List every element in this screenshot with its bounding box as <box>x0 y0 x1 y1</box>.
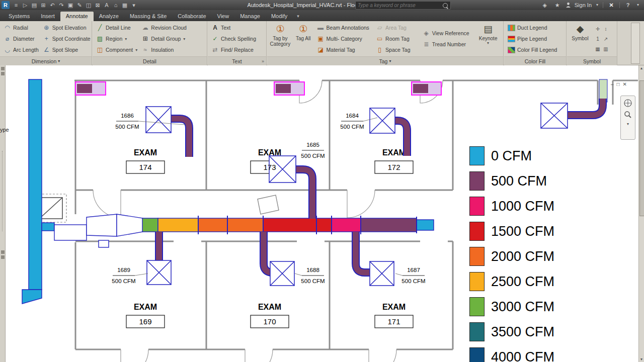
aligned-dimension-icon[interactable]: ◫ <box>84 0 93 10</box>
color-fill-legend-button[interactable]: Color Fill Legend <box>506 44 559 55</box>
region-button[interactable]: ▨Region▾ <box>94 33 139 44</box>
save-icon[interactable]: ▤ <box>30 0 39 10</box>
duct-tag-flow[interactable]: 500 CFM <box>112 278 135 284</box>
duct-color-legend[interactable]: 0 CFM 500 CFM 1000 CFM 1500 CFM 2000 CFM… <box>469 143 554 362</box>
radial-button[interactable]: ◠Radial <box>2 22 41 33</box>
view-close-icon[interactable]: ✕ <box>623 81 627 87</box>
palette-grip-icon[interactable] <box>1 72 5 75</box>
diameter-button[interactable]: ⌀Diameter <box>2 33 41 44</box>
spot-coordinate-button[interactable]: +Spot Coordinate <box>41 33 93 44</box>
sync-icon[interactable]: ⊞ <box>39 0 48 10</box>
search-input[interactable] <box>356 3 443 8</box>
room-number[interactable]: 172 <box>387 163 400 171</box>
scrollbar-thumb[interactable] <box>639 80 644 216</box>
legend-entry[interactable]: 0 CFM <box>469 143 554 168</box>
multi-category-button[interactable]: ▣Multi- Category <box>315 33 374 44</box>
component-button[interactable]: ◫Component▾ <box>94 44 139 55</box>
navigation-bar[interactable]: ▾ <box>620 96 635 140</box>
tab-systems[interactable]: Systems <box>3 12 35 21</box>
detail-group-button[interactable]: ⊞Detail Group▾ <box>139 33 189 44</box>
undo-icon[interactable]: ↶ <box>48 0 57 10</box>
section-icon[interactable]: ▦ <box>120 0 129 10</box>
steering-wheel-icon[interactable] <box>623 99 632 108</box>
palette-grip-icon[interactable] <box>1 67 5 70</box>
duct-tag-id[interactable]: 1685 <box>306 142 319 148</box>
zoom-icon[interactable] <box>624 111 632 119</box>
drawing-canvas[interactable]: EXAM EXAM EXAM EXAM EXAM EXAM <box>0 65 644 362</box>
room-number[interactable]: 170 <box>263 317 276 326</box>
tab-insert[interactable]: Insert <box>35 12 60 21</box>
room-number[interactable]: 174 <box>139 163 151 171</box>
check-spelling-button[interactable]: ✓Check Spelling <box>209 33 258 44</box>
find-replace-button[interactable]: ⇄Find/ Replace <box>209 44 258 55</box>
help-icon[interactable]: ? <box>623 0 632 10</box>
duct-legend-button[interactable]: Duct Legend <box>506 22 559 33</box>
beam-annotations-button[interactable]: ▬Beam Annotations <box>315 22 374 33</box>
scroll-up-icon[interactable]: ▲ <box>639 66 644 70</box>
text-icon[interactable]: A <box>102 0 111 10</box>
duct-tag-flow[interactable]: 500 CFM <box>401 278 425 284</box>
panel-label-dimension[interactable]: Dimension▾ <box>0 56 92 65</box>
help-search-box[interactable] <box>355 1 451 10</box>
text-button[interactable]: AText <box>209 22 258 33</box>
tab-collaborate[interactable]: Collaborate <box>172 12 211 21</box>
legend-entry[interactable]: 2000 CFM <box>469 244 554 269</box>
duct-tag-id[interactable]: 1688 <box>306 267 319 273</box>
tab-massing-site[interactable]: Massing & Site <box>124 12 172 21</box>
keynote-button[interactable]: ▤ Keynote ▾ <box>474 22 502 56</box>
vertical-scrollbar[interactable]: ▲ ▼ <box>638 65 644 362</box>
material-tag-button[interactable]: ◪Material Tag <box>315 44 374 55</box>
slot-diffusers[interactable] <box>75 82 441 95</box>
default-3d-view-icon[interactable]: ⌂ <box>111 0 120 10</box>
legend-entry[interactable]: 3500 CFM <box>469 319 554 344</box>
arc-length-button[interactable]: ◡Arc Length <box>2 44 41 55</box>
duct-tag-flow[interactable]: 500 CFM <box>115 124 139 130</box>
tread-number-button[interactable]: ≣Tread Number <box>421 39 475 50</box>
area-grid-icon[interactable]: ▦ <box>594 44 602 54</box>
view-minimize-icon[interactable]: – <box>611 81 614 87</box>
tag-by-category-button[interactable]: ① Tag by Category <box>269 22 292 56</box>
room-name[interactable]: EXAM <box>382 303 406 311</box>
panel-label-tag[interactable]: Tag▾ <box>267 56 503 65</box>
duct-tag-flow[interactable]: 500 CFM <box>301 278 325 284</box>
span-direction-icon[interactable]: ↕ <box>602 24 610 34</box>
tab-analyze[interactable]: Analyze <box>94 12 124 21</box>
room-name[interactable]: EXAM <box>258 303 281 311</box>
room-name[interactable]: EXAM <box>134 303 157 311</box>
view-restore-icon[interactable]: □ <box>617 81 620 87</box>
duct-tag-id[interactable]: 1687 <box>407 267 420 273</box>
communication-center-icon[interactable]: ★ <box>553 0 562 10</box>
symbol-button[interactable]: ◆ Symbol <box>569 22 592 56</box>
pipe-legend-button[interactable]: Pipe Legend <box>506 33 559 44</box>
view-reference-button[interactable]: ◈View Reference <box>421 28 475 39</box>
legend-entry[interactable]: 500 CFM <box>469 168 554 194</box>
tag-icon[interactable]: ⊠ <box>93 0 102 10</box>
legend-entry[interactable]: 2500 CFM <box>469 269 554 294</box>
space-tag-button[interactable]: ▯Space Tag <box>374 44 421 55</box>
legend-entry[interactable]: 1000 CFM <box>469 194 554 219</box>
tab-modify[interactable]: Modify <box>266 12 293 21</box>
arrow-icon[interactable]: ↗ <box>602 34 610 44</box>
spot-slope-button[interactable]: ∠Spot Slope <box>41 44 93 55</box>
revit-app-icon[interactable]: R <box>2 1 10 9</box>
spot-elevation-button[interactable]: ⊕Spot Elevation <box>41 22 93 33</box>
customize-qat-icon[interactable]: ▾ <box>129 0 138 10</box>
number-icon[interactable]: 1 <box>594 34 602 44</box>
revision-cloud-button[interactable]: ☁Revision Cloud <box>139 22 189 33</box>
legend-entry[interactable]: 3000 CFM <box>469 294 554 319</box>
ribbon-state-toggle-icon[interactable]: ▾ <box>297 14 299 21</box>
dialog-launcher-icon[interactable]: » <box>262 59 264 64</box>
tab-manage[interactable]: Manage <box>234 12 266 21</box>
insulation-button[interactable]: ≈Insulation <box>139 44 189 55</box>
duct-tag-id[interactable]: 1689 <box>117 267 130 273</box>
duct-tag-id[interactable]: 1686 <box>121 113 134 119</box>
room-number[interactable]: 173 <box>263 163 276 171</box>
sign-in-caret-icon[interactable]: ▾ <box>595 0 599 10</box>
room-name[interactable]: EXAM <box>382 148 406 157</box>
stair-path-icon[interactable]: ✛ <box>594 24 602 34</box>
tab-view[interactable]: View <box>212 12 235 21</box>
exchange-apps-icon[interactable]: ◈ <box>540 0 549 10</box>
scroll-down-icon[interactable]: ▼ <box>639 357 644 361</box>
palette-grip-icon[interactable] <box>1 255 5 259</box>
room-number[interactable]: 169 <box>139 317 151 326</box>
